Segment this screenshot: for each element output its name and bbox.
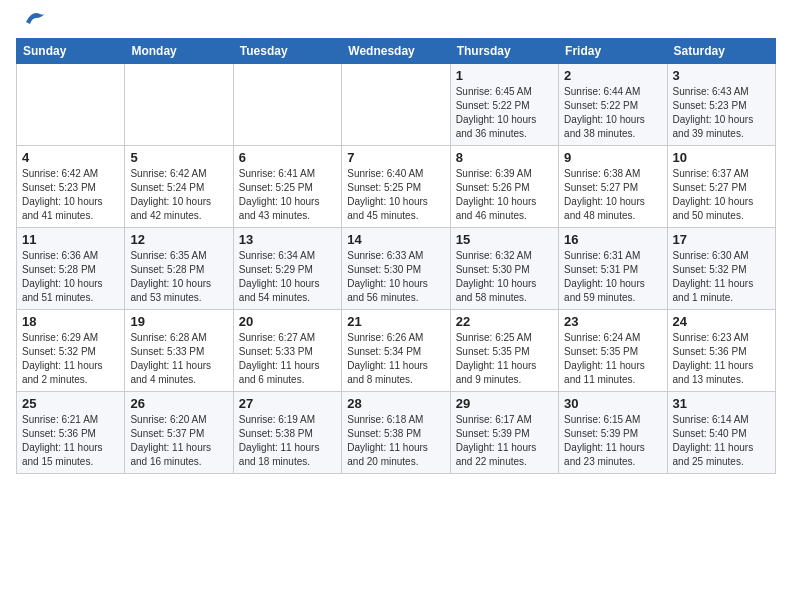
day-info: Sunrise: 6:42 AM Sunset: 5:24 PM Dayligh… bbox=[130, 167, 227, 223]
day-info: Sunrise: 6:18 AM Sunset: 5:38 PM Dayligh… bbox=[347, 413, 444, 469]
calendar-cell: 10Sunrise: 6:37 AM Sunset: 5:27 PM Dayli… bbox=[667, 146, 775, 228]
calendar-cell: 4Sunrise: 6:42 AM Sunset: 5:23 PM Daylig… bbox=[17, 146, 125, 228]
calendar-cell: 21Sunrise: 6:26 AM Sunset: 5:34 PM Dayli… bbox=[342, 310, 450, 392]
calendar-week-3: 11Sunrise: 6:36 AM Sunset: 5:28 PM Dayli… bbox=[17, 228, 776, 310]
day-number: 24 bbox=[673, 314, 770, 329]
day-number: 10 bbox=[673, 150, 770, 165]
day-number: 19 bbox=[130, 314, 227, 329]
day-number: 5 bbox=[130, 150, 227, 165]
day-info: Sunrise: 6:37 AM Sunset: 5:27 PM Dayligh… bbox=[673, 167, 770, 223]
day-number: 14 bbox=[347, 232, 444, 247]
calendar-cell: 19Sunrise: 6:28 AM Sunset: 5:33 PM Dayli… bbox=[125, 310, 233, 392]
day-number: 20 bbox=[239, 314, 336, 329]
day-number: 27 bbox=[239, 396, 336, 411]
day-info: Sunrise: 6:35 AM Sunset: 5:28 PM Dayligh… bbox=[130, 249, 227, 305]
day-info: Sunrise: 6:20 AM Sunset: 5:37 PM Dayligh… bbox=[130, 413, 227, 469]
day-info: Sunrise: 6:32 AM Sunset: 5:30 PM Dayligh… bbox=[456, 249, 553, 305]
day-info: Sunrise: 6:23 AM Sunset: 5:36 PM Dayligh… bbox=[673, 331, 770, 387]
calendar-cell: 29Sunrise: 6:17 AM Sunset: 5:39 PM Dayli… bbox=[450, 392, 558, 474]
day-info: Sunrise: 6:25 AM Sunset: 5:35 PM Dayligh… bbox=[456, 331, 553, 387]
calendar-cell: 22Sunrise: 6:25 AM Sunset: 5:35 PM Dayli… bbox=[450, 310, 558, 392]
calendar-cell: 13Sunrise: 6:34 AM Sunset: 5:29 PM Dayli… bbox=[233, 228, 341, 310]
calendar-cell bbox=[125, 64, 233, 146]
calendar-cell: 6Sunrise: 6:41 AM Sunset: 5:25 PM Daylig… bbox=[233, 146, 341, 228]
calendar-cell: 7Sunrise: 6:40 AM Sunset: 5:25 PM Daylig… bbox=[342, 146, 450, 228]
day-info: Sunrise: 6:21 AM Sunset: 5:36 PM Dayligh… bbox=[22, 413, 119, 469]
calendar-cell: 31Sunrise: 6:14 AM Sunset: 5:40 PM Dayli… bbox=[667, 392, 775, 474]
calendar-cell: 12Sunrise: 6:35 AM Sunset: 5:28 PM Dayli… bbox=[125, 228, 233, 310]
day-number: 15 bbox=[456, 232, 553, 247]
days-of-week-row: SundayMondayTuesdayWednesdayThursdayFrid… bbox=[17, 39, 776, 64]
day-info: Sunrise: 6:26 AM Sunset: 5:34 PM Dayligh… bbox=[347, 331, 444, 387]
day-number: 13 bbox=[239, 232, 336, 247]
calendar-cell: 30Sunrise: 6:15 AM Sunset: 5:39 PM Dayli… bbox=[559, 392, 667, 474]
calendar-cell bbox=[342, 64, 450, 146]
day-info: Sunrise: 6:41 AM Sunset: 5:25 PM Dayligh… bbox=[239, 167, 336, 223]
calendar-cell: 3Sunrise: 6:43 AM Sunset: 5:23 PM Daylig… bbox=[667, 64, 775, 146]
calendar-cell: 9Sunrise: 6:38 AM Sunset: 5:27 PM Daylig… bbox=[559, 146, 667, 228]
calendar-body: 1Sunrise: 6:45 AM Sunset: 5:22 PM Daylig… bbox=[17, 64, 776, 474]
logo bbox=[16, 16, 50, 30]
weekday-header-tuesday: Tuesday bbox=[233, 39, 341, 64]
day-info: Sunrise: 6:24 AM Sunset: 5:35 PM Dayligh… bbox=[564, 331, 661, 387]
day-info: Sunrise: 6:39 AM Sunset: 5:26 PM Dayligh… bbox=[456, 167, 553, 223]
day-info: Sunrise: 6:28 AM Sunset: 5:33 PM Dayligh… bbox=[130, 331, 227, 387]
calendar-cell: 5Sunrise: 6:42 AM Sunset: 5:24 PM Daylig… bbox=[125, 146, 233, 228]
day-number: 26 bbox=[130, 396, 227, 411]
day-info: Sunrise: 6:43 AM Sunset: 5:23 PM Dayligh… bbox=[673, 85, 770, 141]
calendar-cell: 14Sunrise: 6:33 AM Sunset: 5:30 PM Dayli… bbox=[342, 228, 450, 310]
day-number: 12 bbox=[130, 232, 227, 247]
weekday-header-monday: Monday bbox=[125, 39, 233, 64]
day-number: 7 bbox=[347, 150, 444, 165]
day-number: 3 bbox=[673, 68, 770, 83]
weekday-header-wednesday: Wednesday bbox=[342, 39, 450, 64]
day-info: Sunrise: 6:45 AM Sunset: 5:22 PM Dayligh… bbox=[456, 85, 553, 141]
day-number: 23 bbox=[564, 314, 661, 329]
day-number: 30 bbox=[564, 396, 661, 411]
calendar-cell: 1Sunrise: 6:45 AM Sunset: 5:22 PM Daylig… bbox=[450, 64, 558, 146]
calendar-cell bbox=[17, 64, 125, 146]
calendar-header: SundayMondayTuesdayWednesdayThursdayFrid… bbox=[17, 39, 776, 64]
day-info: Sunrise: 6:44 AM Sunset: 5:22 PM Dayligh… bbox=[564, 85, 661, 141]
calendar-cell: 11Sunrise: 6:36 AM Sunset: 5:28 PM Dayli… bbox=[17, 228, 125, 310]
day-number: 9 bbox=[564, 150, 661, 165]
day-number: 2 bbox=[564, 68, 661, 83]
day-number: 4 bbox=[22, 150, 119, 165]
day-info: Sunrise: 6:15 AM Sunset: 5:39 PM Dayligh… bbox=[564, 413, 661, 469]
day-info: Sunrise: 6:30 AM Sunset: 5:32 PM Dayligh… bbox=[673, 249, 770, 305]
logo-bird-icon bbox=[18, 8, 50, 30]
calendar-cell: 23Sunrise: 6:24 AM Sunset: 5:35 PM Dayli… bbox=[559, 310, 667, 392]
calendar-cell bbox=[233, 64, 341, 146]
calendar-cell: 16Sunrise: 6:31 AM Sunset: 5:31 PM Dayli… bbox=[559, 228, 667, 310]
calendar-cell: 20Sunrise: 6:27 AM Sunset: 5:33 PM Dayli… bbox=[233, 310, 341, 392]
calendar-cell: 28Sunrise: 6:18 AM Sunset: 5:38 PM Dayli… bbox=[342, 392, 450, 474]
weekday-header-thursday: Thursday bbox=[450, 39, 558, 64]
day-number: 16 bbox=[564, 232, 661, 247]
calendar-cell: 27Sunrise: 6:19 AM Sunset: 5:38 PM Dayli… bbox=[233, 392, 341, 474]
calendar-cell: 26Sunrise: 6:20 AM Sunset: 5:37 PM Dayli… bbox=[125, 392, 233, 474]
calendar-cell: 24Sunrise: 6:23 AM Sunset: 5:36 PM Dayli… bbox=[667, 310, 775, 392]
page-header bbox=[16, 16, 776, 30]
day-number: 18 bbox=[22, 314, 119, 329]
day-info: Sunrise: 6:36 AM Sunset: 5:28 PM Dayligh… bbox=[22, 249, 119, 305]
day-info: Sunrise: 6:29 AM Sunset: 5:32 PM Dayligh… bbox=[22, 331, 119, 387]
calendar-week-5: 25Sunrise: 6:21 AM Sunset: 5:36 PM Dayli… bbox=[17, 392, 776, 474]
day-info: Sunrise: 6:40 AM Sunset: 5:25 PM Dayligh… bbox=[347, 167, 444, 223]
calendar-cell: 2Sunrise: 6:44 AM Sunset: 5:22 PM Daylig… bbox=[559, 64, 667, 146]
calendar-week-4: 18Sunrise: 6:29 AM Sunset: 5:32 PM Dayli… bbox=[17, 310, 776, 392]
day-info: Sunrise: 6:14 AM Sunset: 5:40 PM Dayligh… bbox=[673, 413, 770, 469]
day-number: 1 bbox=[456, 68, 553, 83]
day-number: 28 bbox=[347, 396, 444, 411]
calendar-table: SundayMondayTuesdayWednesdayThursdayFrid… bbox=[16, 38, 776, 474]
day-number: 25 bbox=[22, 396, 119, 411]
day-number: 8 bbox=[456, 150, 553, 165]
calendar-cell: 25Sunrise: 6:21 AM Sunset: 5:36 PM Dayli… bbox=[17, 392, 125, 474]
day-info: Sunrise: 6:38 AM Sunset: 5:27 PM Dayligh… bbox=[564, 167, 661, 223]
day-number: 11 bbox=[22, 232, 119, 247]
calendar-cell: 17Sunrise: 6:30 AM Sunset: 5:32 PM Dayli… bbox=[667, 228, 775, 310]
calendar-cell: 15Sunrise: 6:32 AM Sunset: 5:30 PM Dayli… bbox=[450, 228, 558, 310]
day-info: Sunrise: 6:19 AM Sunset: 5:38 PM Dayligh… bbox=[239, 413, 336, 469]
day-number: 17 bbox=[673, 232, 770, 247]
day-info: Sunrise: 6:27 AM Sunset: 5:33 PM Dayligh… bbox=[239, 331, 336, 387]
day-number: 6 bbox=[239, 150, 336, 165]
